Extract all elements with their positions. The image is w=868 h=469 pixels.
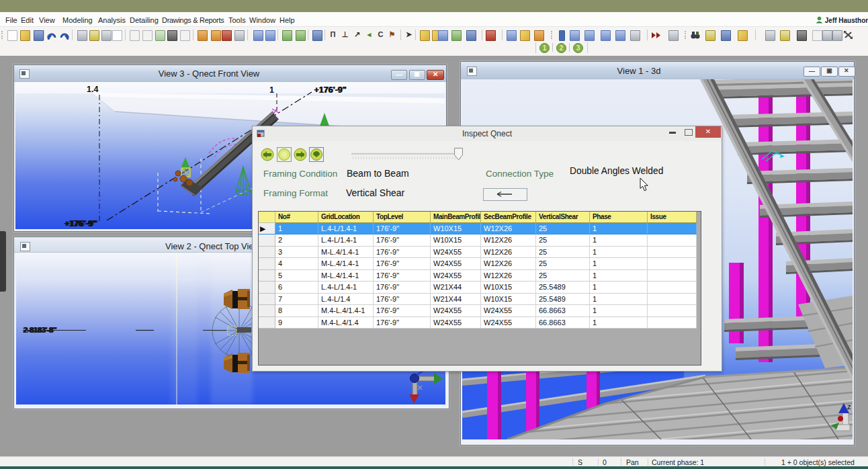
svg-text:+176'-9": +176'-9" [314,85,346,95]
svg-text:1: 1 [269,85,274,95]
svg-text:+176'-9": +176'-9" [64,219,96,228]
svg-text:1.4: 1.4 [87,85,98,94]
svg-text:Z: Z [847,404,851,411]
